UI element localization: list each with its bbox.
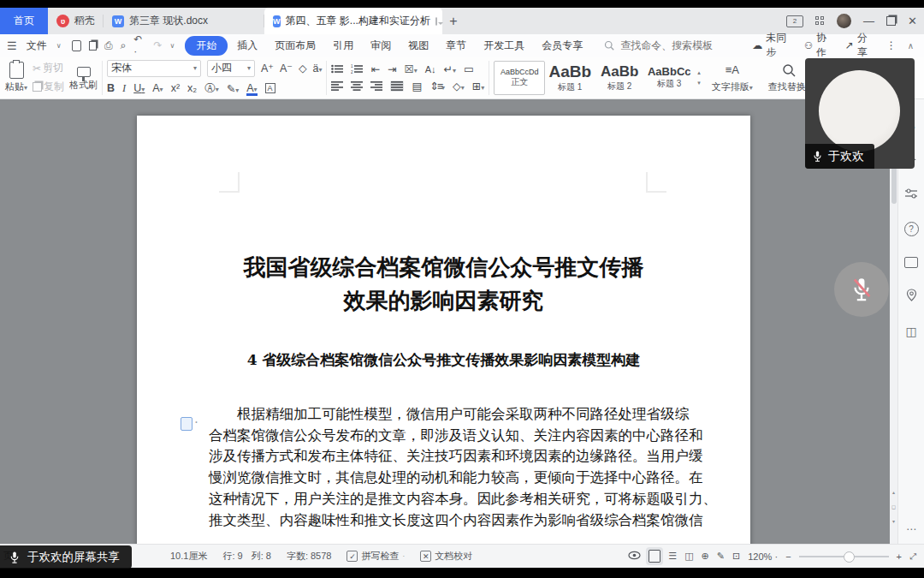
workspace-grid-icon[interactable]: [815, 16, 825, 26]
home-tab[interactable]: 首页: [0, 8, 48, 34]
menu-item-member[interactable]: 会员专享: [534, 36, 590, 56]
menu-item-section[interactable]: 章节: [438, 36, 474, 56]
underline-button[interactable]: U▾: [133, 82, 145, 94]
ink-pen-icon[interactable]: ✎: [717, 551, 725, 562]
share-button[interactable]: ↗ 分享: [845, 31, 875, 60]
undo-icon[interactable]: ↶ ·: [133, 33, 145, 57]
shading-icon[interactable]: ◇▾: [453, 80, 465, 92]
collaborate-button[interactable]: ⚇ 协作: [804, 31, 834, 60]
document-canvas[interactable]: 我国省级综合档案馆微信公众号推文传播 效果的影响因素研究 4 省级综合档案馆微信…: [0, 99, 890, 544]
menu-item-dev-tools[interactable]: 开发工具: [476, 36, 532, 56]
hamburger-icon[interactable]: ☰: [7, 39, 17, 52]
menu-item-view[interactable]: 视图: [400, 36, 436, 56]
bold-button[interactable]: B: [107, 82, 115, 94]
paste-button[interactable]: 粘贴▾: [5, 62, 27, 93]
align-center-button[interactable]: [351, 81, 363, 91]
minimize-button[interactable]: —: [863, 15, 874, 27]
webcam-video-tile[interactable]: 于欢欢: [805, 58, 915, 169]
document-tab-2-active[interactable]: W 第四、五章 影...构建和实证分析: [264, 8, 442, 34]
text-effects-icon[interactable]: A▾: [152, 82, 163, 94]
margin-note-icon[interactable]: [181, 417, 192, 431]
redo-icon[interactable]: ↷: [153, 39, 162, 51]
comment-bubble-icon[interactable]: [435, 17, 437, 26]
restore-button[interactable]: [886, 16, 896, 26]
collapse-ribbon-icon[interactable]: ∧: [908, 41, 914, 51]
phonetic-guide-icon[interactable]: ä▾: [313, 63, 323, 74]
superscript-button[interactable]: x²: [171, 82, 180, 94]
menu-item-insert[interactable]: 插入: [229, 36, 265, 56]
increase-indent-icon[interactable]: ⇥: [388, 63, 396, 75]
location-pin-icon[interactable]: [906, 289, 917, 304]
style-heading2[interactable]: AaBb 标题 2: [595, 62, 644, 94]
file-menu[interactable]: 文件: [19, 36, 55, 56]
style-normal[interactable]: AaBbCcDd 正文: [494, 61, 545, 95]
formatting-marks-icon[interactable]: ↵▾: [444, 63, 457, 75]
web-view-icon[interactable]: ⊕: [702, 551, 709, 562]
document-tab-1[interactable]: W 第三章 现状.docx: [104, 8, 264, 34]
eye-protect-icon[interactable]: [628, 551, 641, 562]
help-icon[interactable]: ?: [904, 222, 919, 236]
spell-check-toggle[interactable]: ✓ 拼写检查·: [346, 550, 405, 563]
text-layout-button[interactable]: ≡A 文字排版▾: [712, 63, 753, 93]
asian-layout-icon[interactable]: ☒▾: [404, 63, 417, 75]
shrink-font-button[interactable]: A⁻: [280, 62, 293, 74]
export-icon[interactable]: [89, 41, 97, 51]
highlight-color-icon[interactable]: ✎▾: [227, 82, 240, 95]
more-commands-chevron-icon[interactable]: ∨: [170, 42, 175, 50]
sidebar-more-icon[interactable]: ⋯: [906, 523, 916, 535]
fit-page-icon[interactable]: ⊡: [732, 551, 740, 562]
zoom-out-button[interactable]: −: [785, 551, 791, 562]
command-search[interactable]: [604, 39, 750, 52]
borders-icon[interactable]: ⊞▾: [472, 80, 485, 92]
print-icon[interactable]: ⎙: [104, 39, 113, 51]
bullet-list-icon[interactable]: [331, 64, 343, 74]
italic-button[interactable]: I: [122, 82, 126, 95]
line-spacing-icon[interactable]: ⇕≡▾: [429, 80, 445, 92]
document-page[interactable]: 我国省级综合档案馆微信公众号推文传播 效果的影响因素研究 4 省级综合档案馆微信…: [137, 116, 750, 544]
proofread-toggle[interactable]: ✕ 文档校对: [420, 550, 472, 563]
settings-sliders-icon[interactable]: [905, 188, 917, 201]
print-preview-icon[interactable]: ⌕: [120, 39, 126, 51]
format-painter-button[interactable]: 格式刷: [69, 63, 98, 92]
align-left-button[interactable]: [331, 81, 343, 91]
justify-button[interactable]: [390, 80, 404, 92]
decrease-indent-icon[interactable]: ⇤: [370, 63, 379, 75]
zoom-slider[interactable]: [799, 556, 889, 557]
menu-item-review[interactable]: 审阅: [363, 36, 399, 56]
font-name-select[interactable]: 宋体▾: [107, 60, 201, 77]
close-button[interactable]: ✕: [908, 15, 917, 27]
book-view-icon[interactable]: ◫: [684, 551, 693, 562]
sort-icon[interactable]: A↓: [425, 64, 436, 74]
zoom-level[interactable]: 120% ·: [748, 551, 778, 562]
styles-down-icon[interactable]: ▾: [697, 80, 701, 86]
account-avatar[interactable]: [837, 14, 851, 28]
font-color-button[interactable]: A▾: [246, 82, 257, 94]
outline-view-icon[interactable]: ☰: [668, 551, 677, 562]
save-icon[interactable]: [72, 40, 81, 51]
grow-font-button[interactable]: A⁺: [261, 62, 274, 74]
prev-page-icon[interactable]: ▴: [890, 489, 897, 495]
zoom-in-button[interactable]: +: [897, 551, 902, 562]
sync-status[interactable]: ☁ 未同步: [752, 31, 793, 60]
find-replace-button[interactable]: 查找替换▾: [768, 63, 809, 93]
search-input[interactable]: [619, 39, 750, 52]
menu-item-start[interactable]: 开始: [185, 36, 228, 56]
menu-item-page-layout[interactable]: 页面布局: [267, 36, 323, 56]
numbered-list-icon[interactable]: 12: [351, 64, 363, 74]
page-view-icon[interactable]: [649, 550, 660, 563]
text-tool-icon[interactable]: ▭: [464, 63, 474, 75]
more-menu-icon[interactable]: ⋮: [886, 39, 897, 51]
distribute-icon[interactable]: ▤: [412, 80, 422, 92]
zoom-slider-knob[interactable]: [844, 551, 855, 563]
style-heading3[interactable]: AaBbCc 标题 3: [644, 62, 694, 94]
fullscreen-icon[interactable]: ⤢: [909, 551, 915, 562]
new-tab-button[interactable]: +: [442, 8, 465, 34]
clear-format-icon[interactable]: ◇: [299, 62, 307, 74]
word-count[interactable]: 字数: 8578: [287, 550, 332, 563]
align-right-button[interactable]: [370, 81, 382, 91]
wordart-icon[interactable]: Ⓐ▾: [204, 81, 219, 96]
subscript-button[interactable]: x₂: [187, 82, 197, 94]
menu-item-references[interactable]: 引用: [325, 36, 361, 56]
docer-tab[interactable]: ʋ 稻壳: [48, 8, 104, 34]
font-size-select[interactable]: 小四▾: [207, 60, 255, 77]
